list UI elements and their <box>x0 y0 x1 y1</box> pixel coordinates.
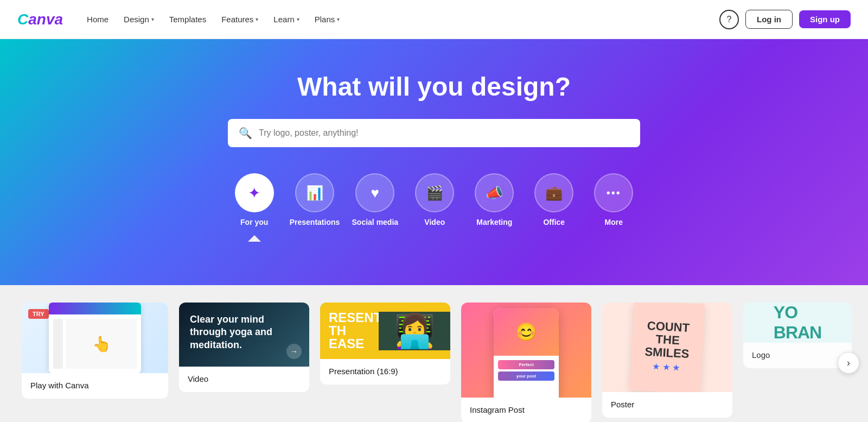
card-presentation[interactable]: RESENTTH EASE 👩‍💻 Presentation (16:9) <box>320 303 450 385</box>
plans-chevron-icon: ▾ <box>337 16 340 22</box>
hero-title: What will you design? <box>11 72 857 102</box>
card-logo-label: Logo <box>743 343 852 368</box>
brand-logo[interactable]: Canva <box>17 11 63 28</box>
video-arrow-icon: → <box>286 344 302 359</box>
nav-plans[interactable]: Plans ▾ <box>308 10 347 28</box>
card-poster[interactable]: COUNTTHESMILES ★ ★ ★ Poster <box>602 303 732 418</box>
category-video[interactable]: 🎬 Video <box>410 173 459 242</box>
nav-templates[interactable]: Templates <box>163 10 213 28</box>
card-play-image: TRY 👆 <box>22 303 168 373</box>
logo-text: Canva <box>17 11 63 28</box>
nav-design[interactable]: Design ▾ <box>117 10 161 28</box>
presentations-icon: 📊 <box>295 173 334 212</box>
card-logo[interactable]: YOBRAN Logo <box>743 303 852 368</box>
features-chevron-icon: ▾ <box>256 16 258 22</box>
more-icon: ••• <box>594 173 633 212</box>
poster-mock-ui: COUNTTHESMILES ★ ★ ★ <box>630 303 705 392</box>
card-insta-label: Instagram Post <box>461 398 591 422</box>
pres-person-icon: 👩‍💻 <box>394 312 435 350</box>
card-insta-image: 😊 Perfect your post <box>461 303 591 398</box>
nav-learn[interactable]: Learn ▾ <box>267 10 305 28</box>
phone-badge-2: your post <box>498 371 554 381</box>
cards-next-button[interactable]: › <box>838 352 859 374</box>
logo-preview-text: YOBRAN <box>774 303 821 343</box>
nav-links: Home Design ▾ Templates Features ▾ Learn… <box>80 10 719 28</box>
card-poster-label: Poster <box>602 392 732 418</box>
nav-home[interactable]: Home <box>80 10 115 28</box>
cursor-icon: 👆 <box>92 335 111 353</box>
nav-features[interactable]: Features ▾ <box>215 10 265 28</box>
category-social-media[interactable]: ♥ Social media <box>350 173 399 242</box>
video-card-text: Clear your mind through yoga and meditat… <box>190 313 298 351</box>
pres-title-text: RESENTTH EASE <box>329 311 370 350</box>
login-button[interactable]: Log in <box>745 10 793 29</box>
card-video[interactable]: Clear your mind through yoga and meditat… <box>179 303 309 392</box>
category-more[interactable]: ••• More <box>589 173 638 242</box>
social-media-icon: ♥ <box>355 173 394 212</box>
card-play-with-canva[interactable]: TRY 👆 Play with Canva <box>22 303 168 399</box>
phone-badge-1: Perfect <box>498 360 554 369</box>
card-video-image: Clear your mind through yoga and meditat… <box>179 303 309 367</box>
category-for-you[interactable]: ✦ For you <box>230 173 279 242</box>
card-play-label: Play with Canva <box>22 373 168 399</box>
hero-section: What will you design? 🔍 ✦ For you 📊 Pres… <box>0 39 868 285</box>
card-pres-image: RESENTTH EASE 👩‍💻 <box>320 303 450 359</box>
category-office[interactable]: 💼 Office <box>529 173 578 242</box>
category-icons: ✦ For you 📊 Presentations ♥ Social media… <box>11 173 857 242</box>
category-presentations[interactable]: 📊 Presentations <box>290 173 340 242</box>
marketing-icon: 📣 <box>475 173 514 212</box>
card-logo-image: YOBRAN <box>743 303 852 343</box>
search-icon: 🔍 <box>239 127 252 140</box>
help-button[interactable]: ? <box>719 10 739 29</box>
canva-mock-ui: 👆 <box>49 303 141 373</box>
search-input[interactable] <box>259 128 629 138</box>
category-marketing[interactable]: 📣 Marketing <box>470 173 519 242</box>
phone-face-icon: 😊 <box>515 322 537 342</box>
card-pres-label: Presentation (16:9) <box>320 359 450 385</box>
signup-button[interactable]: Sign up <box>799 10 851 28</box>
poster-text: COUNTTHESMILES <box>644 319 691 361</box>
card-video-label: Video <box>179 367 309 392</box>
navbar: Canva Home Design ▾ Templates Features ▾… <box>0 0 868 39</box>
try-badge: TRY <box>28 309 49 319</box>
cards-section: TRY 👆 Play with Canva Clear your mind th… <box>0 285 868 422</box>
phone-mock-ui: 😊 Perfect your post <box>494 308 559 398</box>
learn-chevron-icon: ▾ <box>297 16 299 22</box>
video-icon: 🎬 <box>415 173 454 212</box>
poster-star-icon: ★ ★ ★ <box>652 361 680 373</box>
office-icon: 💼 <box>534 173 573 212</box>
design-chevron-icon: ▾ <box>151 16 154 22</box>
for-you-icon: ✦ <box>235 173 274 212</box>
nav-right: ? Log in Sign up <box>719 10 851 29</box>
search-bar[interactable]: 🔍 <box>228 119 640 147</box>
card-instagram[interactable]: 😊 Perfect your post Instagram Post <box>461 303 591 422</box>
card-poster-image: COUNTTHESMILES ★ ★ ★ <box>602 303 732 392</box>
